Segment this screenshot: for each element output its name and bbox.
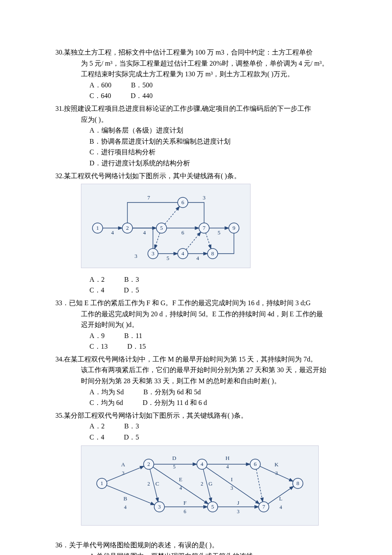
svg-text:2: 2 [201, 481, 203, 487]
q35-opt-d: D．5 [124, 434, 139, 441]
question-35: 35.某分部工程双代号网络计划如下图所示，其关键线路有( )条。 A．2B．3 … [55, 410, 341, 531]
q32-stem: 32.某工程双代号网络计划如下图所示，其中关键线路有( )条。 [55, 171, 341, 182]
q32-svg: 443763545123456789 [85, 188, 247, 264]
svg-text:I: I [231, 476, 233, 483]
q34-options-row1: A．均为 SdB．分别为 6d 和 5d [55, 387, 341, 398]
q34-line2: 该工作有两项紧后工作，它们的最早开始时间分别为第 27 天和第 30 天，最迟开… [55, 364, 341, 376]
q30-num: 30. [55, 49, 64, 56]
q32-network-diagram: 443763545123456789 [81, 184, 251, 268]
svg-text:5: 5 [173, 464, 176, 470]
svg-text:6: 6 [254, 461, 257, 467]
svg-text:5: 5 [211, 503, 214, 510]
svg-text:4: 4 [143, 229, 146, 236]
q31-opt-d: D．进行进度计划系统的结构分析 [55, 158, 341, 169]
q30-opt-b: B．500 [131, 81, 153, 89]
q33-stem: 33．已知 E 工作的紧后工作为 F 和 G。F 工作的最迟完成时间为 16 d… [55, 298, 341, 309]
svg-text:4: 4 [182, 250, 184, 257]
q35-svg: A3B4C2D5E4F6G2H4I3J3K3L412345678 [85, 449, 315, 522]
q34-opt-d: D．分别为 11 d 和 6 d [143, 399, 207, 406]
svg-text:5: 5 [160, 225, 163, 231]
svg-text:4: 4 [111, 229, 114, 236]
q34-opt-b: B．分别为 6d 和 5d [143, 388, 201, 396]
svg-text:6: 6 [182, 229, 184, 236]
q33-opt-a: A．9 [89, 332, 105, 339]
svg-text:K: K [274, 461, 279, 468]
q34-options-row2: C．均为 6dD．分别为 11 d 和 6 d [55, 397, 341, 408]
svg-text:9: 9 [233, 225, 236, 231]
q30-line3: 工程结束时实际完成土方工程量为 130 万 m³，则土方工程款为( )万元。 [55, 69, 341, 80]
q30-opt-a: A．600 [89, 81, 112, 89]
q35-opt-b: B．3 [124, 422, 139, 430]
svg-text:4: 4 [226, 464, 229, 470]
q35-options-row2: C．4D．5 [55, 432, 341, 443]
question-33: 33．已知 E 工作的紧后工作为 F 和 G。F 工作的最迟完成时间为 16 d… [55, 298, 341, 352]
svg-text:B: B [124, 495, 127, 502]
svg-text:E: E [179, 476, 182, 483]
q32-opt-b: B．3 [124, 276, 139, 283]
svg-text:6: 6 [184, 509, 186, 515]
q33-opt-c: C．13 [89, 343, 108, 350]
svg-text:3: 3 [275, 470, 278, 476]
q32-opt-c: C．4 [89, 286, 104, 294]
q33-opt-d: D．15 [127, 343, 146, 350]
svg-text:G: G [208, 480, 212, 487]
svg-text:1: 1 [101, 480, 104, 486]
q31-opt-a: A．编制各层（各级）进度计划 [55, 125, 341, 136]
svg-text:2: 2 [126, 225, 129, 231]
q31-opt-b: B．协调各层进度计划的关系和编制总进度计划 [55, 136, 341, 147]
q32-options-row2: C．4D．5 [55, 285, 341, 296]
svg-text:5: 5 [218, 229, 221, 236]
svg-text:1: 1 [96, 225, 99, 231]
svg-text:F: F [183, 500, 186, 506]
svg-text:3: 3 [152, 250, 155, 257]
svg-text:L: L [279, 495, 282, 502]
svg-text:4: 4 [179, 485, 182, 491]
svg-text:4: 4 [280, 504, 282, 510]
svg-text:3: 3 [158, 503, 161, 510]
q31-stem: 31.按照建设工程项目总进度目标论证的工作步骤,确定项目的工作编码后的下一步工作 [55, 103, 341, 114]
q30-options-row2: C．640D．440 [55, 90, 341, 101]
svg-text:8: 8 [297, 480, 300, 486]
q36-opt-a: A.单代号网络图中，严禁出现双向箭头或无箭头的连线 [55, 551, 341, 555]
question-34: 34.在某工程双代号网络计划中，工作 M 的最早开始时间为第 15 天，其持续时… [55, 354, 341, 408]
q33-line3: 迟开始时间为( )d。 [55, 319, 341, 330]
q35-stem: 35.某分部工程双代号网络计划如下图所示，其关键线路有( )条。 [55, 410, 341, 421]
svg-text:A: A [121, 461, 125, 468]
svg-text:J: J [237, 500, 239, 506]
svg-text:C: C [156, 480, 159, 487]
svg-text:2: 2 [147, 481, 150, 487]
svg-text:3: 3 [122, 470, 124, 476]
svg-text:4: 4 [124, 504, 127, 510]
q30-opt-c: C．640 [89, 92, 111, 99]
q30-stem: 30.某独立土方工程，招标文件中估计工程量为 100 万 m3，合同中约定：土方… [55, 47, 341, 58]
q35-opt-a: A．2 [89, 422, 105, 430]
svg-text:3: 3 [237, 509, 239, 515]
question-36: 36．关于单代号网络图绘图规则的表述，有误的是( )。 A.单代号网络图中，严禁… [55, 540, 341, 555]
svg-text:3: 3 [231, 485, 233, 491]
q31-opt-c: C．进行项目结构分析 [55, 147, 341, 158]
q33-options-row1: A．9B．11 [55, 330, 341, 341]
q31-line2: 应为( )。 [55, 114, 341, 125]
svg-text:6: 6 [182, 199, 184, 205]
q34-opt-c: C．均为 6d [89, 399, 123, 406]
q33-options-row2: C．13D．15 [55, 341, 341, 352]
svg-text:8: 8 [211, 250, 214, 257]
q30-opt-d: D．440 [131, 92, 153, 99]
q34-line3: 时间分别为第 28 天和第 33 天，则工作 M 的总时差和自由时差( )。 [55, 376, 341, 387]
svg-text:D: D [172, 455, 176, 461]
svg-text:7: 7 [147, 194, 150, 201]
q35-network-diagram: A3B4C2D5E4F6G2H4I3J3K3L412345678 [81, 445, 319, 526]
q35-options-row1: A．2B．3 [55, 421, 341, 432]
svg-text:3: 3 [135, 253, 138, 259]
q36-stem: 36．关于单代号网络图绘图规则的表述，有误的是( )。 [55, 540, 341, 551]
q30-options-row1: A．600B．500 [55, 80, 341, 91]
svg-text:H: H [225, 455, 229, 461]
q32-opt-a: A．2 [89, 276, 105, 283]
q32-opt-d: D．5 [124, 286, 139, 294]
svg-text:7: 7 [262, 503, 265, 510]
svg-text:5: 5 [167, 255, 170, 261]
svg-text:3: 3 [203, 194, 206, 201]
svg-text:4: 4 [196, 255, 199, 261]
q34-opt-a: A．均为 Sd [89, 388, 124, 396]
svg-text:7: 7 [203, 225, 206, 231]
